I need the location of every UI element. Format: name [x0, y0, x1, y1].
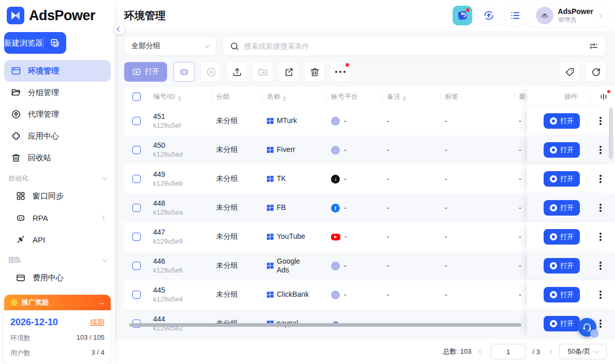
- refresh-button[interactable]: [586, 62, 606, 82]
- open-environment-button[interactable]: 打开: [544, 316, 580, 331]
- row-id: k129u5eb: [153, 179, 212, 188]
- advanced-filter-icon[interactable]: [589, 41, 598, 51]
- select-all-checkbox[interactable]: [132, 93, 141, 101]
- page-number-input[interactable]: 1: [491, 344, 526, 359]
- user-account-menu[interactable]: AdsPower 管理员: [532, 4, 608, 27]
- sidebar: AdsPower 新建浏览器 环境管理 分组管理: [0, 0, 115, 364]
- column-header-remark[interactable]: 备注: [383, 93, 441, 101]
- renew-link[interactable]: 续期: [90, 318, 104, 327]
- environment-name: Google Ads: [277, 257, 313, 275]
- sidebar-item-api[interactable]: API: [4, 229, 111, 250]
- row-checkbox[interactable]: [132, 262, 141, 270]
- table-header-row: 编号/ID 分组 名称 账号平台 备注 标签 最 操作: [124, 87, 615, 107]
- sidebar-item-app-center[interactable]: 应用中心: [4, 125, 111, 147]
- support-chat-button[interactable]: →: [578, 318, 596, 337]
- row-checkbox[interactable]: [132, 175, 141, 183]
- section-automation[interactable]: 自动化: [0, 169, 115, 185]
- promo-banner[interactable]: 推广奖励 →: [4, 295, 111, 310]
- vertical-scrollbar[interactable]: [609, 108, 613, 159]
- column-header-name[interactable]: 名称: [263, 93, 327, 101]
- share-export-button[interactable]: [279, 62, 298, 82]
- section-label: 自动化: [8, 174, 28, 183]
- column-settings-icon[interactable]: [599, 92, 608, 101]
- open-environment-button[interactable]: 打开: [544, 142, 580, 158]
- table-row[interactable]: 444 k129u5e2 未分组 paypal P - - - - 打开: [124, 309, 615, 335]
- environment-name: TK: [277, 174, 286, 184]
- batch-create-icon[interactable]: [43, 38, 66, 48]
- close-selected-button[interactable]: [201, 62, 221, 82]
- open-environment-button[interactable]: 打开: [544, 171, 580, 187]
- row-more-menu[interactable]: [599, 236, 602, 238]
- next-page-button[interactable]: [547, 350, 552, 354]
- prev-page-button[interactable]: [478, 350, 484, 354]
- open-environment-button[interactable]: 打开: [544, 200, 580, 216]
- table-row[interactable]: 447 k129u5e9 未分组 YouTube ▶ - - - - 打开: [124, 222, 615, 251]
- restore-session-button[interactable]: [453, 6, 472, 25]
- rpa-robot-button[interactable]: [173, 62, 195, 82]
- row-checkbox[interactable]: [132, 233, 141, 241]
- row-more-menu[interactable]: [599, 120, 602, 122]
- row-number: 446: [153, 256, 212, 266]
- chrome-browser-icon: [550, 291, 557, 298]
- sidebar-collapse-button[interactable]: [114, 24, 125, 35]
- row-checkbox[interactable]: [132, 146, 141, 154]
- table-row[interactable]: 451 k129u5ef 未分组 MTurk ... - - - - 打开: [124, 107, 615, 135]
- open-environment-button[interactable]: 打开: [544, 229, 580, 245]
- delete-button[interactable]: [305, 62, 324, 82]
- table-row[interactable]: 450 k129u5ed 未分组 Fiverr ... - - - - 打开: [124, 135, 615, 164]
- folder-move-icon: [258, 67, 268, 78]
- table-row[interactable]: 446 k129u5e6 未分组 Google Ads ... - - - - …: [124, 251, 615, 280]
- export-upload-button[interactable]: [227, 62, 247, 82]
- trash-icon: [11, 153, 21, 163]
- sort-icon[interactable]: [403, 96, 406, 101]
- sidebar-item-window-sync[interactable]: 窗口同步: [4, 185, 111, 207]
- generic-platform-icon: ...: [331, 262, 340, 270]
- search-input[interactable]: [244, 42, 584, 50]
- row-remark: -: [383, 291, 441, 299]
- tag-manager-button[interactable]: [560, 62, 579, 82]
- table-row[interactable]: 449 k129u5eb 未分组 TK ♪ - - - - 打开: [124, 164, 615, 193]
- group-filter-select[interactable]: 全部分组: [124, 36, 216, 56]
- stat-label: 用户数: [10, 348, 31, 358]
- sidebar-item-label: 代理管理: [28, 110, 59, 119]
- open-environment-button[interactable]: 打开: [544, 287, 580, 302]
- row-checkbox[interactable]: [132, 117, 141, 125]
- chrome-browser-icon: [550, 204, 557, 211]
- sidebar-item-recycle-bin[interactable]: 回收站: [4, 147, 111, 169]
- row-id: k129u5ef: [153, 122, 212, 130]
- table-row[interactable]: 448 k129u5ea 未分组 FB f - - - - 打开: [124, 193, 615, 222]
- sidebar-item-proxies[interactable]: 代理管理: [4, 103, 111, 125]
- wallet-icon: [16, 272, 26, 283]
- move-to-group-button[interactable]: [253, 62, 273, 82]
- horizontal-scrollbar[interactable]: [129, 323, 521, 327]
- sidebar-item-groups[interactable]: 分组管理: [4, 82, 111, 103]
- row-more-menu[interactable]: [599, 178, 602, 180]
- robot-icon: [16, 213, 26, 223]
- row-checkbox[interactable]: [132, 204, 141, 212]
- sidebar-item-cost-center[interactable]: 费用中心: [4, 267, 111, 289]
- table-row[interactable]: 445 k129u5e4 未分组 ClickBank ... - - - - 打…: [124, 280, 615, 309]
- task-list-button[interactable]: [505, 6, 525, 25]
- more-actions-button[interactable]: [331, 62, 350, 82]
- row-more-menu[interactable]: [599, 207, 602, 209]
- sidebar-item-environments[interactable]: 环境管理: [4, 60, 111, 82]
- sort-icon[interactable]: [178, 96, 181, 101]
- row-more-menu[interactable]: [599, 323, 602, 325]
- browser-play-icon: [132, 67, 141, 77]
- section-team[interactable]: 团队: [0, 250, 115, 267]
- open-environment-button[interactable]: 打开: [544, 113, 580, 129]
- refresh-icon: [591, 67, 602, 78]
- bulk-open-button[interactable]: 打开: [124, 62, 167, 82]
- row-id: k129u5ea: [153, 208, 212, 217]
- page-size-select[interactable]: 50条/页: [559, 344, 607, 359]
- new-browser-button[interactable]: 新建浏览器: [4, 32, 66, 54]
- row-more-menu[interactable]: [599, 149, 602, 151]
- update-sync-button[interactable]: [479, 6, 499, 25]
- column-header-id[interactable]: 编号/ID: [149, 93, 212, 101]
- row-checkbox[interactable]: [132, 291, 141, 299]
- sidebar-item-rpa[interactable]: RPA: [4, 207, 111, 229]
- open-environment-button[interactable]: 打开: [544, 258, 580, 274]
- row-more-menu[interactable]: [599, 265, 602, 267]
- row-more-menu[interactable]: [599, 294, 602, 296]
- sort-icon[interactable]: [283, 96, 286, 101]
